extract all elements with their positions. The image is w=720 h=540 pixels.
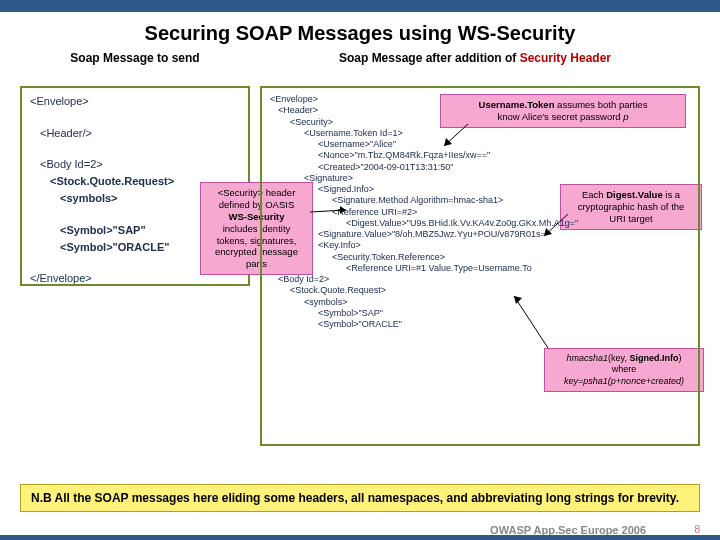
xml-line: <Body Id=2> (30, 157, 240, 172)
right-heading: Soap Message after addition of Security … (250, 51, 700, 65)
slide: Securing SOAP Messages using WS-Security… (0, 12, 720, 540)
xml-line: <symbols> (270, 297, 690, 308)
note-text: N.B All the SOAP messages here eliding s… (31, 491, 679, 505)
xml-line: <Key.Info> (270, 240, 690, 251)
left-heading: Soap Message to send (20, 51, 250, 65)
xml-line: <Security.Token.Reference> (270, 252, 690, 263)
xml-line: <Reference URI=#2> (270, 207, 690, 218)
top-bar (0, 0, 720, 12)
xml-line: <Nonce>"m.Tbz.QM84Rk.Fqza+IIes/xw==" (270, 150, 690, 161)
xml-line: <Security> (270, 117, 690, 128)
xml-line: <Signature> (270, 173, 690, 184)
xml-line: <Username>"Alice" (270, 139, 690, 150)
page-number: 8 (694, 524, 700, 535)
note-box: N.B All the SOAP messages here eliding s… (20, 484, 700, 512)
xml-line: <Symbol>"ORACLE" (270, 319, 690, 330)
xml-line: <Signature.Value>"8/oh.MBZ5Jwz.Yyu+POU/v… (270, 229, 690, 240)
xml-line: <Username.Token Id=1> (270, 128, 690, 139)
xml-line: <Header/> (30, 126, 240, 141)
right-xml-box: <Envelope> <Header> <Security> <Username… (260, 86, 700, 446)
xml-line: <Signed.Info> (270, 184, 690, 195)
xml-line: <Envelope> (30, 94, 240, 109)
xml-line: <Symbol>"SAP" (270, 308, 690, 319)
bottom-bar (0, 535, 720, 540)
xml-line: <Created>"2004-09-01T13:31:50" (270, 162, 690, 173)
xml-line: <Stock.Quote.Request> (270, 285, 690, 296)
xml-line: <Digest.Value>"U9s.BHid.Ik.Vv.KA4v.Zo0g.… (270, 218, 690, 229)
right-heading-b: Security Header (520, 51, 611, 65)
xml-line: <Envelope> (270, 94, 690, 105)
page-title: Securing SOAP Messages using WS-Security (0, 12, 720, 51)
xml-line: <Header> (270, 105, 690, 116)
xml-line: <Signature.Method Algorithm=hmac-sha1> (270, 195, 690, 206)
column-headings: Soap Message to send Soap Message after … (0, 51, 720, 69)
xml-line: <Body Id=2> (270, 274, 690, 285)
xml-line: <Reference URI=#1 Value.Type=Username.To (270, 263, 690, 274)
right-heading-a: Soap Message after addition of (339, 51, 520, 65)
